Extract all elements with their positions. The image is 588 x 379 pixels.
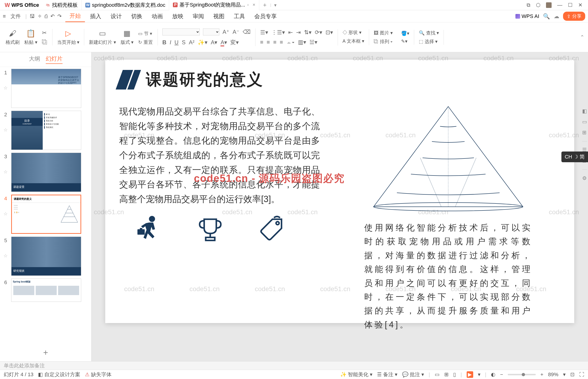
- search-icon[interactable]: 🔍: [543, 13, 550, 20]
- canvas-scroll[interactable]: 课题研究的意义 现代宠物用品交易平台综合了共享信息、电子化、智能化等多种技术，对…: [91, 52, 588, 361]
- text-direction-icon[interactable]: ⟳▾: [315, 29, 322, 36]
- slide-title[interactable]: 课题研究的意义: [146, 69, 263, 90]
- textbox-button[interactable]: A 文本框 ▾: [343, 38, 364, 44]
- align-left-icon[interactable]: ≡: [260, 39, 263, 46]
- gutter-settings-icon[interactable]: ⚙: [582, 175, 587, 181]
- align-center-icon[interactable]: ≡: [267, 39, 270, 46]
- font-size-select[interactable]: [203, 29, 219, 35]
- star-icon[interactable]: ☆: [3, 211, 8, 217]
- layout-button[interactable]: ▦版式 ▾: [121, 29, 134, 46]
- new-icon[interactable]: ✧: [38, 13, 42, 19]
- comments-toggle[interactable]: 💬 批注 ▾: [402, 371, 424, 378]
- thumbnails-list[interactable]: 1☆ 基于SPRINGBOOT的宠物用品交易平台的设计与实现PPT 2☆ 目录C…: [0, 67, 91, 344]
- bullets-icon[interactable]: ☰▾: [260, 29, 268, 36]
- window-mode-icon[interactable]: ⧉: [527, 2, 530, 8]
- notes-toggle[interactable]: ☰ 备注 ▾: [377, 371, 397, 378]
- font-family-select[interactable]: [162, 29, 200, 35]
- share-button[interactable]: ⇪ 分享: [563, 12, 585, 21]
- menu-start[interactable]: 开始: [65, 10, 85, 22]
- copy-icon[interactable]: ⿻: [42, 39, 48, 46]
- slideshow-dropdown[interactable]: ▾: [478, 372, 480, 378]
- zoom-dropdown[interactable]: ▾: [563, 372, 566, 378]
- outline-color-button[interactable]: ✎▾: [401, 38, 409, 44]
- star-icon[interactable]: ☆: [3, 85, 8, 91]
- convert-icon[interactable]: ☱▾: [309, 39, 317, 46]
- paste-button[interactable]: 📋粘贴 ▾: [24, 29, 37, 46]
- menu-tools[interactable]: 工具: [230, 11, 249, 22]
- beautify-button[interactable]: ✨ 智能美化 ▾: [340, 371, 372, 378]
- slide-canvas[interactable]: 课题研究的意义 现代宠物用品交易平台综合了共享信息、电子化、智能化等多种技术，对…: [105, 60, 574, 323]
- print-icon[interactable]: ⎙: [45, 13, 48, 19]
- thumbnail-5[interactable]: 研究现状: [11, 237, 81, 276]
- distribute-icon[interactable]: ⫠▾: [286, 39, 295, 46]
- tab-dropdown[interactable]: ▾: [271, 2, 279, 8]
- font-increase-icon[interactable]: A⁺: [223, 29, 229, 35]
- paragraph-2[interactable]: 使用网络化智能分析技术后，可以实时的获取宠物用品或用户需求等数据，对海量的数据进…: [364, 221, 532, 332]
- ribbon-collapse-icon[interactable]: ⌃: [580, 34, 584, 40]
- line-spacing-icon[interactable]: ⇅▾: [304, 29, 312, 36]
- text-effect-icon[interactable]: ✨▾: [198, 39, 207, 46]
- shape-button[interactable]: ◇ 形状 ▾: [343, 29, 364, 36]
- gutter-icon[interactable]: ⊞: [582, 130, 587, 136]
- menu-icon[interactable]: ≡: [3, 13, 6, 19]
- design-scheme[interactable]: ◧ 自定义设计方案: [38, 371, 80, 378]
- close-icon[interactable]: ✕: [578, 2, 582, 8]
- zoom-value[interactable]: 89%: [548, 372, 558, 378]
- align-justify-icon[interactable]: ≡: [280, 39, 283, 46]
- wps-ai-button[interactable]: WPS AI: [515, 13, 539, 19]
- font-color-icon[interactable]: A▾: [220, 39, 227, 46]
- save-icon[interactable]: 🖫: [30, 13, 35, 19]
- maximize-icon[interactable]: ☐: [568, 2, 572, 8]
- font-decrease-icon[interactable]: A⁻: [233, 29, 239, 35]
- menu-view[interactable]: 视图: [209, 11, 229, 22]
- gutter-icon[interactable]: ◧: [582, 108, 587, 114]
- color-mode-icon[interactable]: ◐: [491, 372, 495, 378]
- file-menu[interactable]: 文件: [9, 12, 23, 21]
- align-right-icon[interactable]: ≡: [273, 39, 276, 46]
- indent-right-icon[interactable]: ⇥: [296, 29, 301, 36]
- slide-counter[interactable]: 幻灯片 4 / 13: [4, 371, 33, 378]
- menu-member[interactable]: 会员专享: [250, 11, 281, 22]
- section-button[interactable]: ▭ 节 ▾: [138, 31, 153, 37]
- reset-button[interactable]: ↻ 重置: [138, 39, 153, 46]
- view-sorter-icon[interactable]: ⊞: [444, 372, 449, 378]
- ime-indicator[interactable]: CH ☽ 简: [561, 152, 588, 162]
- zoom-slider[interactable]: [508, 374, 536, 375]
- tab-menu-icon[interactable]: ▫: [247, 2, 249, 8]
- gutter-icon[interactable]: ▭: [582, 119, 587, 125]
- indent-left-icon[interactable]: ⇤: [288, 29, 293, 36]
- tab-templates[interactable]: 🛍 找稻壳模板: [42, 0, 82, 10]
- menu-animation[interactable]: 动画: [148, 11, 167, 22]
- picture-button[interactable]: 🖼 图片 ▾: [374, 30, 393, 36]
- cloud-icon[interactable]: ☁: [554, 13, 559, 20]
- cube-icon[interactable]: ⬡: [536, 2, 540, 8]
- bold-icon[interactable]: B: [162, 39, 166, 46]
- tab-ppt-active[interactable]: P 基于SpringBoot的宠物用品... ▫ ×: [169, 0, 259, 10]
- menu-design[interactable]: 设计: [106, 11, 126, 22]
- avatar[interactable]: [546, 2, 552, 8]
- fullscreen-icon[interactable]: ⛶: [579, 372, 584, 378]
- clear-format-icon[interactable]: ⌫: [243, 29, 251, 35]
- highlight-icon[interactable]: A▾: [211, 39, 217, 46]
- notes-bar[interactable]: 单击此处添加备注: [0, 361, 588, 370]
- numbering-icon[interactable]: ⋮☰▾: [271, 29, 285, 36]
- missing-font-warning[interactable]: ⚠ 缺失字体: [85, 371, 112, 378]
- thumbnail-6[interactable]: Spring boot框架: [11, 279, 81, 302]
- italic-icon[interactable]: I: [170, 39, 171, 46]
- arrange-button[interactable]: ⿻ 排列 ▾: [374, 38, 393, 45]
- columns-icon[interactable]: ▥▾: [298, 39, 306, 46]
- menu-slideshow[interactable]: 放映: [168, 11, 188, 22]
- redo-icon[interactable]: ↷: [57, 13, 62, 19]
- thumbnail-1[interactable]: 基于SPRINGBOOT的宠物用品交易平台的设计与实现PPT: [11, 69, 81, 108]
- add-slide-button[interactable]: +: [0, 344, 91, 361]
- view-normal-icon[interactable]: ▭: [435, 372, 440, 378]
- fit-icon[interactable]: ⊡: [570, 372, 574, 378]
- tab-outline[interactable]: 大纲: [29, 55, 40, 64]
- minimize-icon[interactable]: —: [557, 2, 562, 8]
- underline-icon[interactable]: U: [175, 39, 179, 46]
- star-icon[interactable]: ☆: [3, 127, 8, 133]
- superscript-icon[interactable]: A²: [189, 39, 194, 46]
- new-tab-button[interactable]: +: [259, 1, 270, 9]
- zoom-in-icon[interactable]: +: [540, 372, 543, 378]
- menu-insert[interactable]: 插入: [86, 11, 105, 22]
